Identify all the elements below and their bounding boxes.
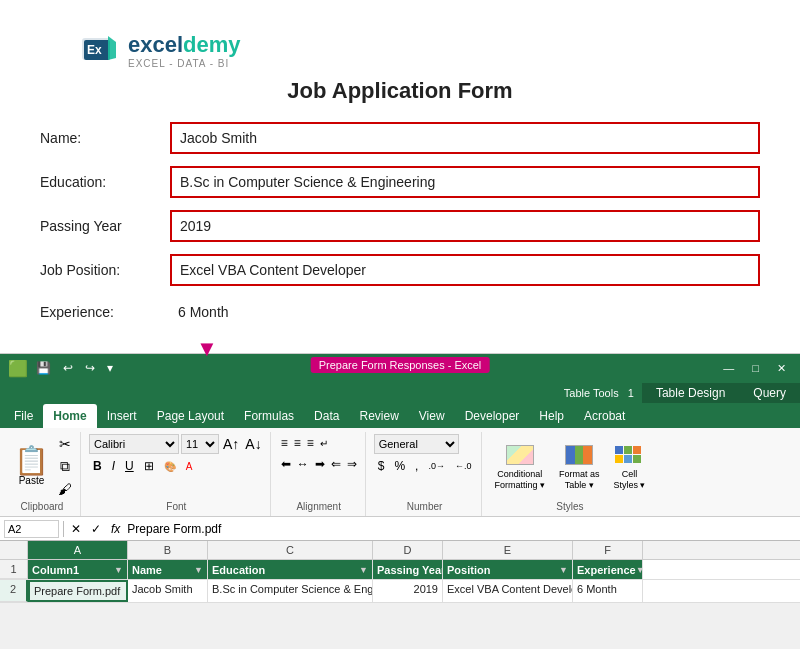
- col-header-b: B: [128, 541, 208, 559]
- corner-cell: [0, 541, 28, 559]
- filter-arrow-a1[interactable]: ▼: [114, 565, 123, 575]
- bold-button[interactable]: B: [89, 457, 106, 475]
- decimal-decrease-btn[interactable]: ←.0: [451, 459, 476, 473]
- minimize-btn[interactable]: —: [717, 360, 740, 377]
- cell-c1[interactable]: Education ▼: [208, 560, 373, 579]
- underline-button[interactable]: U: [121, 457, 138, 475]
- form-input-education[interactable]: [170, 166, 760, 198]
- styles-content: ConditionalFormatting ▾ Format asTable ▾: [490, 434, 649, 499]
- tab-file[interactable]: File: [4, 404, 43, 428]
- wrap-text-btn[interactable]: ↵: [318, 436, 330, 451]
- form-input-name[interactable]: [170, 122, 760, 154]
- table-design-tab[interactable]: Table Design: [642, 383, 739, 403]
- comma-btn[interactable]: ,: [411, 457, 422, 475]
- cell-f1-value: Experience: [577, 564, 636, 576]
- cs-box-3: [633, 446, 641, 454]
- number-format-select[interactable]: General: [374, 434, 459, 454]
- tab-acrobat[interactable]: Acrobat: [574, 404, 635, 428]
- cell-a1[interactable]: Column1 ▼: [28, 560, 128, 579]
- svg-text:Ex: Ex: [87, 43, 102, 57]
- align-center-btn[interactable]: ↔: [295, 455, 311, 473]
- font-size-select[interactable]: 11: [181, 434, 219, 454]
- row-num-1: 1: [0, 560, 28, 579]
- close-btn[interactable]: ✕: [771, 360, 792, 377]
- form-label-passing-year: Passing Year: [40, 218, 170, 234]
- cell-b1[interactable]: Name ▼: [128, 560, 208, 579]
- align-top-center-btn[interactable]: ≡: [292, 434, 303, 452]
- cell-d2[interactable]: 2019: [373, 580, 443, 602]
- cell-reference-box[interactable]: [4, 520, 59, 538]
- fill-color-button[interactable]: 🎨: [160, 459, 180, 474]
- form-input-experience[interactable]: [170, 298, 760, 326]
- form-row-name: Name:: [40, 122, 760, 154]
- formula-input[interactable]: [127, 522, 796, 536]
- font-increase-btn[interactable]: A↑: [221, 434, 241, 454]
- filter-arrow-c1[interactable]: ▼: [359, 565, 368, 575]
- font-name-select[interactable]: Calibri: [89, 434, 179, 454]
- copy-button[interactable]: ⧉: [56, 456, 74, 477]
- align-right-btn[interactable]: ➡: [313, 455, 327, 473]
- cell-f2[interactable]: 6 Month: [573, 580, 643, 602]
- percent-btn[interactable]: %: [390, 457, 409, 475]
- customize-btn[interactable]: ▾: [103, 359, 117, 377]
- cancel-formula-btn[interactable]: ✕: [68, 521, 84, 537]
- paste-button[interactable]: 📋 Paste: [10, 445, 53, 488]
- cell-b2[interactable]: Jacob Smith: [128, 580, 208, 602]
- filter-arrow-b1[interactable]: ▼: [194, 565, 203, 575]
- indent-decrease-btn[interactable]: ⇐: [329, 455, 343, 473]
- form-input-passing-year[interactable]: [170, 210, 760, 242]
- redo-btn[interactable]: ↪: [81, 359, 99, 377]
- arrow-down-indicator: ▼: [196, 336, 218, 362]
- italic-button[interactable]: I: [108, 457, 119, 475]
- tab-formulas[interactable]: Formulas: [234, 404, 304, 428]
- cell-f1[interactable]: Experience ▼: [573, 560, 643, 579]
- font-color-button[interactable]: A: [182, 459, 197, 474]
- column-headers: A B C D E F: [0, 541, 800, 560]
- form-input-job-position[interactable]: [170, 254, 760, 286]
- align-row1: ≡ ≡ ≡ ↵: [279, 434, 359, 452]
- conditional-formatting-button[interactable]: ConditionalFormatting ▾: [490, 441, 549, 493]
- tab-home[interactable]: Home: [43, 404, 96, 428]
- logo-tagline: EXCEL - DATA - BI: [128, 58, 241, 69]
- cell-e1[interactable]: Position ▼: [443, 560, 573, 579]
- save-quick-btn[interactable]: 💾: [32, 359, 55, 377]
- align-left-btn[interactable]: ⬅: [279, 455, 293, 473]
- cell-e2[interactable]: Excel VBA Content Developer: [443, 580, 573, 602]
- maximize-btn[interactable]: □: [746, 360, 765, 377]
- tab-insert[interactable]: Insert: [97, 404, 147, 428]
- border-button[interactable]: ⊞: [140, 457, 158, 475]
- col-header-a: A: [28, 541, 128, 559]
- cell-styles-button[interactable]: CellStyles ▾: [609, 441, 649, 493]
- undo-btn[interactable]: ↩: [59, 359, 77, 377]
- cell-d1[interactable]: Passing Year ▼: [373, 560, 443, 579]
- format-painter-button[interactable]: 🖌: [56, 479, 74, 499]
- tab-review[interactable]: Review: [349, 404, 408, 428]
- clipboard-small-btns: ✂ ⧉ 🖌: [56, 434, 74, 499]
- tab-data[interactable]: Data: [304, 404, 349, 428]
- align-top-left-btn[interactable]: ≡: [279, 434, 290, 452]
- col-header-f: F: [573, 541, 643, 559]
- cell-a2[interactable]: Prepare Form.pdf: [28, 580, 128, 602]
- query-tab[interactable]: Query: [739, 383, 800, 403]
- indent-increase-btn[interactable]: ⇒: [345, 455, 359, 473]
- title-bar: 🟩 💾 ↩ ↪ ▾ Prepare Form Responses - Excel…: [0, 354, 800, 382]
- tab-developer[interactable]: Developer: [455, 404, 530, 428]
- tab-view[interactable]: View: [409, 404, 455, 428]
- confirm-formula-btn[interactable]: ✓: [88, 521, 104, 537]
- formula-bar: ✕ ✓ fx: [0, 517, 800, 541]
- align-top-right-btn[interactable]: ≡: [305, 434, 316, 452]
- tab-help[interactable]: Help: [529, 404, 574, 428]
- decimal-increase-btn[interactable]: .0→: [424, 459, 449, 473]
- insert-function-btn[interactable]: fx: [108, 521, 123, 537]
- filter-arrow-f1[interactable]: ▼: [636, 565, 643, 575]
- filter-arrow-e1[interactable]: ▼: [559, 565, 568, 575]
- cut-button[interactable]: ✂: [56, 434, 74, 454]
- tab-page-layout[interactable]: Page Layout: [147, 404, 234, 428]
- formula-divider: [63, 521, 64, 537]
- cell-b1-value: Name: [132, 564, 162, 576]
- spreadsheet: A B C D E F 1 Column1 ▼ Name ▼ Education…: [0, 541, 800, 603]
- currency-btn[interactable]: $: [374, 457, 389, 475]
- font-decrease-btn[interactable]: A↓: [243, 434, 263, 454]
- format-as-table-button[interactable]: Format asTable ▾: [555, 441, 604, 493]
- cell-c2[interactable]: B.Sc in Computer Science & Engineering: [208, 580, 373, 602]
